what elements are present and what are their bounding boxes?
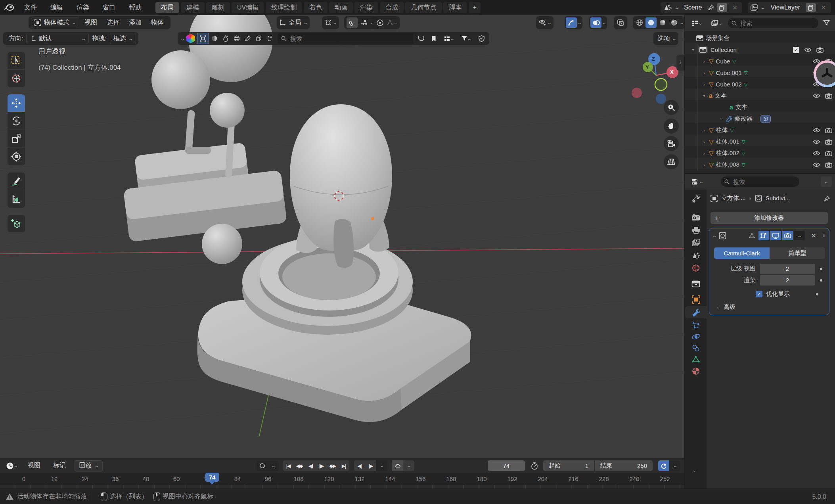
- properties-editor-dropdown[interactable]: ⌄: [688, 176, 707, 187]
- properties-search[interactable]: [721, 176, 799, 187]
- menu-add[interactable]: 添加: [124, 19, 146, 27]
- filter-select-tool-button[interactable]: [197, 33, 209, 44]
- expand-arrow-icon[interactable]: ›: [702, 59, 707, 64]
- tool-rotate[interactable]: [8, 112, 25, 130]
- menu-edit[interactable]: 编辑: [44, 0, 70, 15]
- delete-modifier-button[interactable]: ✕: [808, 231, 819, 240]
- tool-move[interactable]: [8, 94, 25, 112]
- shading-rendered-button[interactable]: [668, 17, 680, 28]
- advanced-section-toggle[interactable]: › 高级: [715, 302, 735, 312]
- xray-toggle[interactable]: [614, 16, 627, 29]
- expand-arrow-icon[interactable]: ›: [702, 151, 707, 156]
- tab-physics[interactable]: [685, 330, 707, 343]
- pan-hand-button[interactable]: [664, 119, 679, 134]
- drag-dropdown[interactable]: 框选 ⌄: [110, 33, 136, 44]
- tab-geometry-nodes[interactable]: 几何节点: [405, 2, 442, 13]
- eye-icon[interactable]: [813, 93, 820, 98]
- outliner-row-cube-002[interactable]: › ▽ Cube.002 ▽: [702, 79, 748, 90]
- outliner-filter-image-dropdown[interactable]: ⌄: [708, 18, 726, 28]
- tab-rendering[interactable]: 渲染: [354, 2, 378, 13]
- shield-icon[interactable]: [476, 33, 487, 44]
- new-scene-button[interactable]: [717, 3, 727, 12]
- viewlayer-name[interactable]: ViewLayer: [768, 4, 803, 11]
- editmode-display-toggle[interactable]: [747, 231, 757, 240]
- chevron-down-icon[interactable]: ⌄: [577, 20, 582, 25]
- modifier-extras-dropdown[interactable]: ⌄: [794, 231, 805, 240]
- stopwatch-icon[interactable]: [529, 461, 540, 471]
- optimal-display-checkbox[interactable]: ✓: [756, 291, 762, 297]
- catmull-clark-option[interactable]: Catmull-Clark: [714, 247, 770, 259]
- tool-annotate[interactable]: [8, 172, 25, 190]
- add-workspace-button[interactable]: +: [469, 2, 480, 13]
- tab-particles[interactable]: [685, 319, 707, 331]
- snap-increment-icon[interactable]: [358, 17, 370, 28]
- eye-icon[interactable]: [813, 162, 820, 167]
- menu-object[interactable]: 物体: [147, 19, 168, 27]
- camera-icon[interactable]: [825, 151, 832, 156]
- camera-icon[interactable]: [825, 139, 832, 145]
- menu-file[interactable]: 文件: [17, 0, 44, 15]
- expand-arrow-icon[interactable]: ›: [702, 71, 707, 75]
- outliner-row-cylinder[interactable]: › ▽ 柱体 ▽: [702, 125, 734, 136]
- keying-circle-icon[interactable]: [257, 460, 268, 471]
- eye-icon[interactable]: [813, 139, 820, 144]
- tab-texture-paint[interactable]: 纹理绘制: [266, 2, 302, 13]
- gizmo-z-label[interactable]: Z: [652, 56, 655, 62]
- filter-fluid-button[interactable]: [220, 33, 231, 44]
- animate-dot[interactable]: [816, 293, 818, 295]
- tool-measure[interactable]: [8, 190, 25, 208]
- menu-select[interactable]: 选择: [102, 19, 124, 27]
- eye-icon[interactable]: [813, 128, 820, 133]
- timeline-menu-marker[interactable]: 标记: [47, 462, 72, 470]
- tab-layout[interactable]: 布局: [155, 2, 179, 13]
- display-mode-dropdown[interactable]: ⌄: [441, 33, 457, 44]
- tab-render[interactable]: [685, 211, 707, 224]
- tool-options-dropdown[interactable]: 选项 ⌄: [653, 32, 678, 45]
- tab-modifiers[interactable]: [685, 306, 707, 318]
- autokey-dropdown[interactable]: ⌄: [403, 460, 414, 471]
- tab-compositing[interactable]: 合成: [380, 2, 404, 13]
- tab-animation[interactable]: 动画: [329, 2, 353, 13]
- outliner-row-cylinder-002[interactable]: › ▽ 柱体.002 ▽: [702, 148, 745, 159]
- catalog-scope-icon[interactable]: [416, 33, 427, 44]
- levels-viewport-field[interactable]: 2: [760, 264, 815, 274]
- filter-curve-button[interactable]: [264, 33, 276, 44]
- pin-icon[interactable]: [707, 4, 714, 11]
- current-frame-field[interactable]: 74: [488, 460, 525, 471]
- next-keyframe-button[interactable]: ◆▶: [327, 460, 338, 471]
- proportional-edit-toggle[interactable]: [374, 17, 385, 28]
- play-reverse-button[interactable]: ◀: [305, 460, 316, 471]
- filter-world-button[interactable]: [231, 33, 242, 44]
- collection-checkbox[interactable]: ✓: [793, 47, 799, 53]
- pin-icon[interactable]: [823, 195, 830, 202]
- delete-viewlayer-button[interactable]: ✕: [818, 3, 829, 12]
- filter-brush-button[interactable]: [242, 33, 253, 44]
- outliner-row-scene-collection[interactable]: 场景集合: [696, 33, 730, 44]
- chevron-down-icon[interactable]: ⌄: [601, 20, 607, 25]
- frame-start-field[interactable]: 起始 1: [543, 460, 594, 471]
- tab-world[interactable]: [685, 262, 707, 274]
- render-display-toggle[interactable]: [782, 231, 793, 240]
- timeline-ruler[interactable]: 0 12 24 36 48 60 72 84 96 108 120 132 14…: [0, 473, 684, 485]
- tab-modeling[interactable]: 建模: [181, 2, 205, 13]
- jump-to-start-button[interactable]: |◀: [283, 460, 294, 471]
- levels-render-field[interactable]: 2: [760, 275, 815, 286]
- snap-target-selector[interactable]: ⌄: [322, 16, 339, 29]
- delete-scene-button[interactable]: ✕: [730, 3, 740, 12]
- properties-options-dropdown[interactable]: ⌄: [821, 176, 832, 187]
- tab-scene[interactable]: [685, 249, 707, 261]
- frame-forward-button[interactable]: |▶: [365, 460, 376, 471]
- tab-sculpting[interactable]: 雕刻: [206, 2, 230, 13]
- outliner-row-text-data[interactable]: a 文本: [730, 102, 747, 113]
- outliner-row-modifiers[interactable]: › 修改器: [718, 113, 771, 125]
- chevron-down-icon[interactable]: ⌄: [679, 20, 684, 25]
- playhead[interactable]: 74: [205, 473, 219, 482]
- animate-dot[interactable]: [820, 279, 822, 282]
- expand-arrow-icon[interactable]: ▾: [691, 47, 695, 52]
- prev-keyframe-button[interactable]: ◀◆: [294, 460, 305, 471]
- realtime-display-toggle[interactable]: [770, 231, 781, 240]
- tool-add-cube[interactable]: [8, 215, 25, 232]
- camera-icon[interactable]: [816, 47, 824, 53]
- scene-browse-icon[interactable]: [663, 4, 672, 11]
- asset-catalog-icon[interactable]: [186, 34, 195, 43]
